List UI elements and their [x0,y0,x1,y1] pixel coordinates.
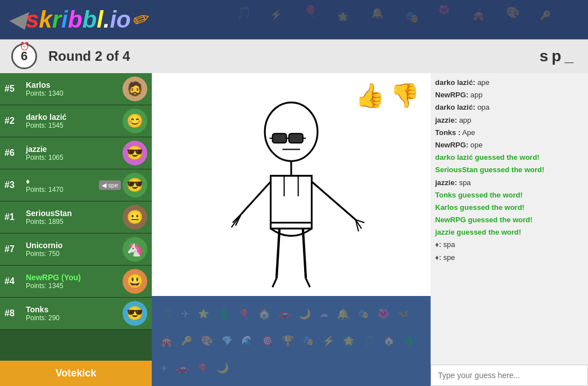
chat-message: ♦: spa [435,240,584,250]
logo-b2: b [82,6,97,33]
chat-message: Karlos guessed the word! [435,203,584,213]
player-info: NewRPG (You)Points: 1345 [26,273,119,290]
logo-r: r [52,6,61,33]
logo-k: k [39,6,52,33]
player-rank: #8 [4,308,22,318]
player-info: TonksPoints: 290 [26,305,119,322]
logo: ◀ skribbl.io ✏ [8,6,150,33]
player-info: darko lazićPoints: 1545 [26,113,119,129]
player-row: #2darko lazićPoints: 1545😊 [0,105,152,137]
player-rank: #2 [4,116,22,126]
player-info: UnicornioPoints: 750 [26,241,119,258]
player-points: Points: 1345 [26,282,119,290]
svg-rect-8 [271,176,312,228]
logo-io: io [110,6,130,33]
player-name: jazzie [26,145,119,154]
chat-sender: ♦: [435,253,441,262]
chat-text: spa [457,178,471,187]
player-name: Karlos [26,80,119,89]
svg-line-19 [303,228,306,279]
chat-sender: Tonks : [435,128,460,137]
chat-text: spa [441,240,455,249]
player-avatar: 🧔 [123,77,147,101]
player-name: SeriousStan [26,209,119,218]
thumbs-up-button[interactable]: 👍 [355,82,385,109]
thumbs-down-button[interactable]: 👎 [390,82,419,109]
pencil-icon: ✏ [129,6,153,34]
player-row: #6jazziePoints: 1065😎 [0,137,152,169]
chat-message: NewRPG: ope [435,140,584,150]
chat-sender: ♦: [435,240,441,249]
chat-text: app [468,91,482,99]
logo-s: s [26,6,39,33]
thumbs: 👍 👎 [355,82,419,109]
svg-line-10 [241,182,270,214]
chat-message: Tonks guessed the word! [435,190,584,200]
players-list: #5KarlosPoints: 1340🧔#2darko lazićPoints… [0,73,152,330]
chat-message: SeriousStan guessed the word! [435,165,584,175]
player-avatar: 😎 [123,173,147,198]
chat-panel: darko lazić: apeNewRPG: appdarko lazić: … [431,73,588,386]
chat-text: Ape [460,128,475,137]
player-row: #3♦Points: 1470◀ spe😎 [0,169,152,201]
player-info: KarlosPoints: 1340 [26,80,119,97]
chat-sender: jazzie: [435,116,457,124]
svg-point-0 [265,102,318,161]
player-avatar: 😐 [123,205,147,230]
chat-sender: darko lazić: [435,103,476,111]
svg-rect-2 [289,133,303,143]
player-rank: #6 [4,148,22,158]
chat-text: app [457,116,471,124]
word-display: sp_ [540,47,577,65]
player-info: SeriousStanPoints: 1895 [26,209,119,226]
player-points: Points: 1545 [26,122,119,129]
timer: ⏰ 6 [11,43,37,69]
chat-message: darko lazić: ape [435,78,584,88]
drawing-canvas: 👍 👎 [152,73,431,296]
player-points: Points: 1895 [26,218,119,226]
timer-value: 6 [21,49,28,64]
player-row: #4NewRPG (You)Points: 1345😃 [0,266,152,298]
chat-message: NewRPG guessed the word! [435,215,584,225]
players-panel: #5KarlosPoints: 1340🧔#2darko lazićPoints… [0,73,152,386]
player-avatar: 😃 [123,269,147,294]
chat-message: darko lazić guessed the word! [435,152,584,163]
chat-message: Tonks : Ape [435,128,584,138]
canvas-area: 👍 👎 [152,73,431,386]
svg-line-21 [306,279,310,288]
player-info: jazziePoints: 1065 [26,145,119,161]
player-row: #1SeriousStanPoints: 1895😐 [0,201,152,234]
chat-text: opa [476,103,490,111]
drawing-label: ◀ spe [99,181,121,190]
main-layout: #5KarlosPoints: 1340🧔#2darko lazićPoints… [0,73,588,386]
chat-message: jazzie: app [435,115,584,125]
logo-l: l [97,6,103,33]
votekick-button[interactable]: Votekick [0,361,152,386]
player-avatar: 😊 [123,109,147,133]
player-points: Points: 1340 [26,89,119,97]
chat-input[interactable] [431,365,588,386]
player-avatar: 😎 [123,141,147,165]
chat-message: NewRPG: app [435,90,584,100]
tools-area: 🎵 ✈ ⭐ 🌲 🎈 🏠 🚗 🌙 ☁ 🔔 🎭 🌺 🦋 🎪 🔑 🎨 💎 🌊 🎯 [152,296,431,386]
player-name: Unicornio [26,241,119,250]
svg-rect-1 [273,133,287,143]
chat-message: jazzie guessed the word! [435,227,584,237]
player-name: NewRPG (You) [26,273,119,282]
round-bar: ⏰ 6 Round 2 of 4 sp_ [0,39,588,73]
player-name: darko lazić [26,113,119,122]
svg-line-14 [311,182,355,220]
chat-message: ♦: spe [435,253,584,263]
player-row: #5KarlosPoints: 1340🧔 [0,73,152,105]
timer-icon: ⏰ [20,42,29,51]
chat-text: ape [476,78,490,87]
chat-sender: jazzie: [435,178,457,187]
chat-sender: darko lazić: [435,78,476,87]
logo-b1: b [68,6,83,33]
logo-dot: . [103,6,110,33]
header: ◀ skribbl.io ✏ 🎵 ⚡ 🎈 🌟 🔔 🎭 🌺 🎪 🎨 🔑 [0,0,588,39]
player-points: Points: 1065 [26,154,119,161]
player-rank: #3 [4,180,22,190]
player-points: Points: 290 [26,314,119,322]
chat-text: ope [468,141,482,149]
